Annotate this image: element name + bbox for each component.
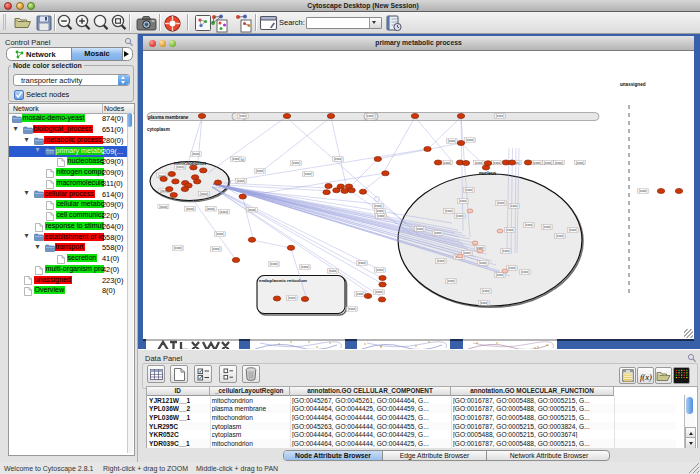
svg-text:(xxxx): (xxxx) <box>376 268 385 272</box>
svg-text:(xxxx): (xxxx) <box>416 227 425 231</box>
svg-text:(xxxx): (xxxx) <box>374 204 383 208</box>
svg-text:(xxxx): (xxxx) <box>556 234 565 238</box>
svg-text:(xxxx): (xxxx) <box>496 114 505 118</box>
svg-text:(xxxx): (xxxx) <box>304 172 313 176</box>
svg-text:(xxxx): (xxxx) <box>508 266 517 270</box>
svg-text:(xxxx): (xxxx) <box>447 279 456 283</box>
svg-text:unassigned: unassigned <box>620 82 646 87</box>
svg-text:(xxxx): (xxxx) <box>206 207 215 211</box>
svg-text:(xxxx): (xxxx) <box>239 114 248 118</box>
svg-text:(xxxx): (xxxx) <box>288 296 297 300</box>
svg-text:(xxxx): (xxxx) <box>232 157 241 161</box>
svg-text:(xxxx): (xxxx) <box>375 290 384 294</box>
svg-text:(xxxx): (xxxx) <box>502 249 511 253</box>
svg-text:(xxxx): (xxxx) <box>186 207 195 211</box>
svg-text:(xxxx): (xxxx) <box>493 161 502 165</box>
svg-text:(xxxx): (xxxx) <box>459 199 468 203</box>
svg-text:(xxxx): (xxxx) <box>475 161 484 165</box>
svg-text:(xxxx): (xxxx) <box>192 152 201 156</box>
svg-text:(xxxx): (xxxx) <box>376 209 385 213</box>
svg-text:(xxxx): (xxxx) <box>569 228 578 232</box>
svg-text:(xxxx): (xxxx) <box>482 289 491 293</box>
svg-text:(xxxx): (xxxx) <box>639 189 648 193</box>
svg-text:(xxxx): (xxxx) <box>237 179 246 183</box>
svg-text:(xxxx): (xxxx) <box>329 269 338 273</box>
svg-text:plasma membrane: plasma membrane <box>148 115 189 120</box>
svg-text:(xxxx): (xxxx) <box>270 262 279 266</box>
svg-text:(xxxx): (xxxx) <box>543 225 552 229</box>
svg-text:(xxxx): (xxxx) <box>358 261 367 265</box>
svg-text:(xxxx): (xxxx) <box>174 246 183 250</box>
svg-text:(xxxx): (xxxx) <box>443 161 452 165</box>
svg-text:(xxxx): (xxxx) <box>434 231 443 235</box>
svg-text:(xxxx): (xxxx) <box>521 270 530 274</box>
svg-text:(xxxx): (xxxx) <box>377 214 386 218</box>
svg-text:f(x): f(x) <box>640 371 652 381</box>
svg-text:(xxxx): (xxxx) <box>496 273 505 277</box>
svg-text:(xxxx): (xxxx) <box>506 228 515 232</box>
svg-text:(xxxx): (xxxx) <box>356 292 365 296</box>
svg-text:(xxxx): (xxxx) <box>510 204 519 208</box>
svg-text:nucleus: nucleus <box>479 171 497 176</box>
svg-text:cytoplasm: cytoplasm <box>147 127 170 132</box>
svg-text:(xxxx): (xxxx) <box>533 161 542 165</box>
svg-text:(xxxx): (xxxx) <box>466 138 475 142</box>
svg-text:(xxxx): (xxxx) <box>437 259 446 263</box>
svg-text:(xxxx): (xxxx) <box>301 265 310 269</box>
svg-text:(xxxx): (xxxx) <box>292 161 301 165</box>
svg-text:(xxxx): (xxxx) <box>212 247 221 251</box>
svg-text:(xxxx): (xxxx) <box>448 139 457 143</box>
svg-text:(xxxx): (xxxx) <box>497 201 506 205</box>
svg-text:(xxxx): (xxxx) <box>334 157 343 161</box>
svg-text:(xxxx): (xxxx) <box>576 161 585 165</box>
svg-text:(xxxx): (xxxx) <box>176 165 185 169</box>
svg-text:(xxxx): (xxxx) <box>256 169 265 173</box>
svg-text:(xxxx): (xxxx) <box>445 209 454 213</box>
svg-text:(xxxx): (xxxx) <box>200 192 209 196</box>
svg-text:(xxxx): (xxxx) <box>465 188 474 192</box>
svg-text:(xxxx): (xxxx) <box>348 307 357 311</box>
svg-text:(xxxx): (xxxx) <box>159 205 168 209</box>
svg-text:(xxxx): (xxxx) <box>366 114 375 118</box>
svg-text:(xxxx): (xxxx) <box>480 301 489 305</box>
svg-text:(xxxx): (xxxx) <box>247 208 256 212</box>
svg-text:(xxxx): (xxxx) <box>555 161 564 165</box>
svg-text:endoplasmic reticulum: endoplasmic reticulum <box>259 278 307 283</box>
svg-text:(xxxx): (xxxx) <box>456 214 465 218</box>
svg-text:(xxxx): (xxxx) <box>220 210 229 214</box>
svg-text:(xxxx): (xxxx) <box>525 223 534 227</box>
svg-text:(xxxx): (xxxx) <box>216 232 225 236</box>
svg-text:(xxxx): (xxxx) <box>544 161 553 165</box>
svg-text:(xxxx): (xxxx) <box>479 261 488 265</box>
